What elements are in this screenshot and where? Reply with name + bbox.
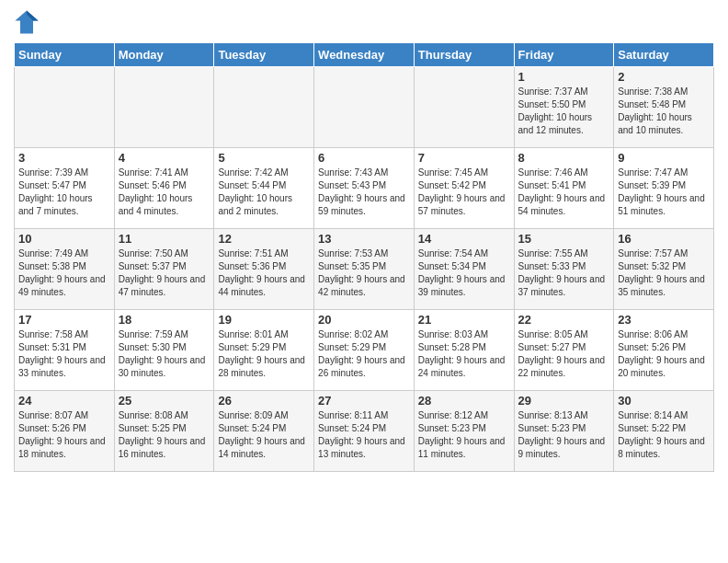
day-number: 30 [618,394,710,408]
day-info: Sunrise: 7:43 AM Sunset: 5:43 PM Dayligh… [318,167,410,218]
calendar-week-row: 10Sunrise: 7:49 AM Sunset: 5:38 PM Dayli… [15,229,714,310]
day-number: 7 [418,151,510,165]
day-number: 6 [318,151,410,165]
day-number: 8 [518,151,610,165]
calendar-day-cell: 23Sunrise: 8:06 AM Sunset: 5:26 PM Dayli… [614,310,714,391]
day-number: 2 [618,70,710,84]
day-of-week-header: Sunday [15,43,115,67]
day-number: 23 [618,313,710,327]
day-number: 20 [318,313,410,327]
calendar-header-row: SundayMondayTuesdayWednesdayThursdayFrid… [15,43,714,67]
day-number: 29 [518,394,610,408]
calendar-day-cell: 27Sunrise: 8:11 AM Sunset: 5:24 PM Dayli… [314,391,415,472]
day-info: Sunrise: 7:59 AM Sunset: 5:30 PM Dayligh… [119,328,210,380]
day-info: Sunrise: 7:47 AM Sunset: 5:39 PM Dayligh… [618,167,710,218]
calendar-day-cell [314,67,415,148]
day-number: 16 [618,232,710,246]
day-number: 15 [518,232,610,246]
calendar-day-cell: 4Sunrise: 7:41 AM Sunset: 5:46 PM Daylig… [114,148,214,229]
day-number: 17 [18,313,110,327]
day-number: 14 [418,232,510,246]
day-number: 18 [119,313,210,327]
day-info: Sunrise: 7:51 AM Sunset: 5:36 PM Dayligh… [218,247,310,299]
page-header [14,9,714,35]
day-number: 4 [119,151,210,165]
calendar-day-cell: 20Sunrise: 8:02 AM Sunset: 5:29 PM Dayli… [314,310,415,391]
day-number: 27 [318,394,410,408]
day-info: Sunrise: 8:07 AM Sunset: 5:26 PM Dayligh… [18,409,110,461]
calendar-day-cell: 9Sunrise: 7:47 AM Sunset: 5:39 PM Daylig… [614,148,714,229]
calendar-table: SundayMondayTuesdayWednesdayThursdayFrid… [14,42,714,472]
day-info: Sunrise: 8:03 AM Sunset: 5:28 PM Dayligh… [418,328,510,380]
day-info: Sunrise: 7:49 AM Sunset: 5:38 PM Dayligh… [18,247,110,299]
day-number: 5 [218,151,310,165]
calendar-day-cell: 14Sunrise: 7:54 AM Sunset: 5:34 PM Dayli… [414,229,514,310]
day-info: Sunrise: 8:12 AM Sunset: 5:23 PM Dayligh… [418,409,510,461]
day-number: 11 [119,232,210,246]
day-info: Sunrise: 7:42 AM Sunset: 5:44 PM Dayligh… [218,167,310,218]
calendar-day-cell: 18Sunrise: 7:59 AM Sunset: 5:30 PM Dayli… [114,310,214,391]
day-info: Sunrise: 8:09 AM Sunset: 5:24 PM Dayligh… [218,409,310,461]
day-number: 13 [318,232,410,246]
calendar-day-cell: 2Sunrise: 7:38 AM Sunset: 5:48 PM Daylig… [614,67,714,148]
calendar-week-row: 17Sunrise: 7:58 AM Sunset: 5:31 PM Dayli… [15,310,714,391]
day-number: 9 [618,151,710,165]
calendar-day-cell: 6Sunrise: 7:43 AM Sunset: 5:43 PM Daylig… [314,148,415,229]
calendar-week-row: 3Sunrise: 7:39 AM Sunset: 5:47 PM Daylig… [15,148,714,229]
day-number: 12 [218,232,310,246]
calendar-day-cell [414,67,514,148]
day-of-week-header: Saturday [614,43,714,67]
day-info: Sunrise: 7:58 AM Sunset: 5:31 PM Dayligh… [18,328,110,380]
day-number: 26 [218,394,310,408]
calendar-day-cell: 24Sunrise: 8:07 AM Sunset: 5:26 PM Dayli… [15,391,115,472]
logo-icon [14,9,40,35]
day-number: 22 [518,313,610,327]
day-info: Sunrise: 8:05 AM Sunset: 5:27 PM Dayligh… [518,328,610,380]
calendar-day-cell [214,67,314,148]
day-number: 21 [418,313,510,327]
day-of-week-header: Monday [114,43,214,67]
calendar-day-cell: 22Sunrise: 8:05 AM Sunset: 5:27 PM Dayli… [514,310,614,391]
calendar-day-cell [114,67,214,148]
day-info: Sunrise: 7:37 AM Sunset: 5:50 PM Dayligh… [518,86,610,137]
day-of-week-header: Thursday [414,43,514,67]
calendar-day-cell: 8Sunrise: 7:46 AM Sunset: 5:41 PM Daylig… [514,148,614,229]
day-info: Sunrise: 8:13 AM Sunset: 5:23 PM Dayligh… [518,409,610,461]
calendar-day-cell: 10Sunrise: 7:49 AM Sunset: 5:38 PM Dayli… [15,229,115,310]
logo [14,9,43,35]
day-info: Sunrise: 7:46 AM Sunset: 5:41 PM Dayligh… [518,167,610,218]
calendar-day-cell: 16Sunrise: 7:57 AM Sunset: 5:32 PM Dayli… [614,229,714,310]
day-number: 3 [18,151,110,165]
calendar-day-cell: 28Sunrise: 8:12 AM Sunset: 5:23 PM Dayli… [414,391,514,472]
day-info: Sunrise: 7:50 AM Sunset: 5:37 PM Dayligh… [119,247,210,299]
calendar-day-cell: 12Sunrise: 7:51 AM Sunset: 5:36 PM Dayli… [214,229,314,310]
calendar-week-row: 24Sunrise: 8:07 AM Sunset: 5:26 PM Dayli… [15,391,714,472]
calendar-day-cell: 30Sunrise: 8:14 AM Sunset: 5:22 PM Dayli… [614,391,714,472]
day-info: Sunrise: 7:53 AM Sunset: 5:35 PM Dayligh… [318,247,410,299]
day-number: 28 [418,394,510,408]
calendar-week-row: 1Sunrise: 7:37 AM Sunset: 5:50 PM Daylig… [15,67,714,148]
calendar-day-cell: 19Sunrise: 8:01 AM Sunset: 5:29 PM Dayli… [214,310,314,391]
day-number: 25 [119,394,210,408]
calendar-day-cell: 25Sunrise: 8:08 AM Sunset: 5:25 PM Dayli… [114,391,214,472]
calendar-day-cell [15,67,115,148]
day-info: Sunrise: 7:45 AM Sunset: 5:42 PM Dayligh… [418,167,510,218]
day-of-week-header: Tuesday [214,43,314,67]
day-info: Sunrise: 8:11 AM Sunset: 5:24 PM Dayligh… [318,409,410,461]
calendar-day-cell: 5Sunrise: 7:42 AM Sunset: 5:44 PM Daylig… [214,148,314,229]
calendar-day-cell: 29Sunrise: 8:13 AM Sunset: 5:23 PM Dayli… [514,391,614,472]
day-number: 24 [18,394,110,408]
calendar-day-cell: 21Sunrise: 8:03 AM Sunset: 5:28 PM Dayli… [414,310,514,391]
day-number: 1 [518,70,610,84]
calendar-day-cell: 1Sunrise: 7:37 AM Sunset: 5:50 PM Daylig… [514,67,614,148]
day-info: Sunrise: 8:14 AM Sunset: 5:22 PM Dayligh… [618,409,710,461]
calendar-day-cell: 17Sunrise: 7:58 AM Sunset: 5:31 PM Dayli… [15,310,115,391]
day-info: Sunrise: 7:38 AM Sunset: 5:48 PM Dayligh… [618,86,710,137]
day-info: Sunrise: 7:57 AM Sunset: 5:32 PM Dayligh… [618,247,710,299]
day-number: 10 [18,232,110,246]
calendar-day-cell: 3Sunrise: 7:39 AM Sunset: 5:47 PM Daylig… [15,148,115,229]
day-info: Sunrise: 7:54 AM Sunset: 5:34 PM Dayligh… [418,247,510,299]
calendar-day-cell: 11Sunrise: 7:50 AM Sunset: 5:37 PM Dayli… [114,229,214,310]
day-info: Sunrise: 8:02 AM Sunset: 5:29 PM Dayligh… [318,328,410,380]
calendar-day-cell: 13Sunrise: 7:53 AM Sunset: 5:35 PM Dayli… [314,229,415,310]
